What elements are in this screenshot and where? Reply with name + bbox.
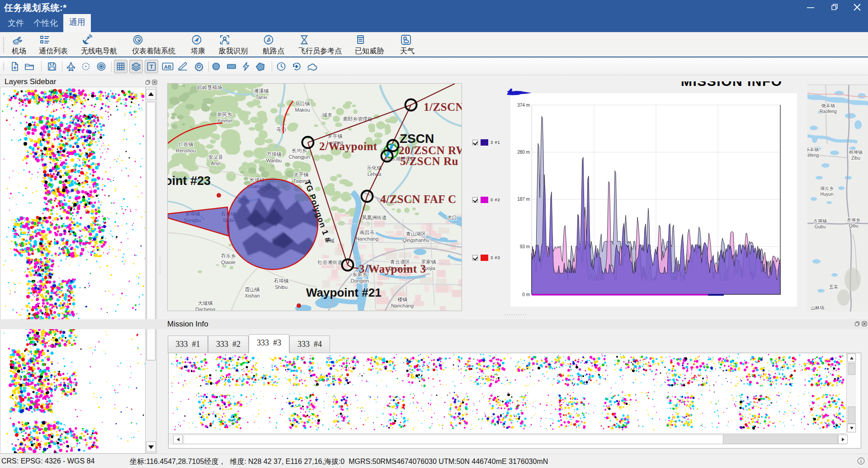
svg-text:万埠镇: 万埠镇 [267,151,282,157]
svg-text:凤凰洲街道: 凤凰洲街道 [362,215,387,220]
svg-text:Waypoint #23: Waypoint #23 [168,174,211,188]
svg-text:大城镇: 大城镇 [198,300,213,306]
svg-text:山林场: 山林场 [811,305,824,310]
svg-text:93 m: 93 m [520,244,530,249]
svg-text:齐埠乡: 齐埠乡 [847,217,860,222]
svg-text:安义县: 安义县 [208,154,223,160]
svg-text:4/ZSCN FAF C: 4/ZSCN FAF C [380,193,457,205]
svg-text:Tanxi: Tanxi [255,95,267,100]
svg-text:2/Waypoint: 2/Waypoint [319,140,377,152]
svg-text:Qingshanhu: Qingshanhu [402,237,429,243]
svg-text:乐丰镇: 乐丰镇 [807,147,819,152]
svg-text:Gubu: Gubu [815,224,826,229]
svg-text:湖云乡: 湖云乡 [820,186,834,191]
svg-text:187 m: 187 m [517,197,530,202]
svg-text:Qiaole: Qiaole [221,260,236,265]
svg-text:Dacheng: Dacheng [195,307,215,311]
svg-text:Nanchang: Nanchang [356,236,378,241]
svg-text:1/ZSCN R: 1/ZSCN R [424,101,462,113]
svg-text:石埠镇: 石埠镇 [274,278,289,284]
svg-text:3/Waypoint 3: 3/Waypoint 3 [359,263,426,275]
svg-text:南昌市: 南昌市 [360,230,375,235]
svg-text:Raofeng: Raofeng [820,109,837,114]
svg-text:Anyi: Anyi [211,161,220,166]
svg-text:20/ZSCN RW: 20/ZSCN RW [399,144,462,156]
svg-text:AB: AB [164,64,171,70]
svg-text:红谷滩街道: 红谷滩街道 [318,260,343,265]
svg-text:仁首镇: 仁首镇 [178,142,193,147]
svg-text:Makou: Makou [295,107,310,113]
svg-text:楼镇: 楼镇 [397,297,407,302]
svg-text:长均乡: 长均乡 [292,148,307,153]
svg-text:Qibu: Qibu [849,223,858,228]
svg-text:Shibu: Shibu [275,284,288,290]
svg-text:青山湖区: 青山湖区 [406,231,426,236]
svg-text:Nanchang: Nanchang [391,303,414,308]
svg-text:374 m: 374 m [517,103,530,108]
svg-text:五雷: 五雷 [829,284,838,289]
svg-text:新民乡: 新民乡 [217,112,232,117]
svg-text:Lefeng: Lefeng [807,153,819,158]
svg-text:城丰: 城丰 [322,112,332,118]
svg-text:Lehua: Lehua [368,171,382,177]
svg-text:Wanbu: Wanbu [266,158,282,163]
svg-text:280 m: 280 m [517,150,530,155]
svg-text:太平镇: 太平镇 [294,172,309,177]
svg-text:ZSCN: ZSCN [400,132,434,146]
svg-text:Huyun: Huyun [821,192,834,197]
svg-text:古埠镇: 古埠镇 [813,218,827,223]
svg-text:T: T [150,63,153,70]
svg-text:皖岭垦殖场: 皖岭垦殖场 [198,85,222,90]
svg-text:0 m: 0 m [522,292,530,297]
svg-text:霞山镇: 霞山镇 [245,287,260,292]
svg-text:滩溪镇: 滩溪镇 [254,88,269,94]
svg-text:Renshou: Renshou [176,148,196,153]
svg-text:马口镇: 马口镇 [295,101,310,106]
svg-text:Dongxin: Dongxin [351,278,369,284]
svg-text:Changjun: Changjun [288,154,310,160]
svg-text:Waypoint #21: Waypoint #21 [306,286,382,299]
svg-text:尤口: 尤口 [447,215,457,220]
svg-text:Xishan: Xishan [245,293,260,298]
svg-text:饶丰镇: 饶丰镇 [821,103,835,108]
svg-text:Zibu: Zibu [851,156,860,161]
svg-text:梓埠镇: 梓埠镇 [849,150,863,155]
svg-text:寺泊: 寺泊 [276,127,286,132]
svg-text:5/ZSCN Ru: 5/ZSCN Ru [400,155,458,167]
svg-text:乔乐乡: 乔乐乡 [221,253,236,259]
